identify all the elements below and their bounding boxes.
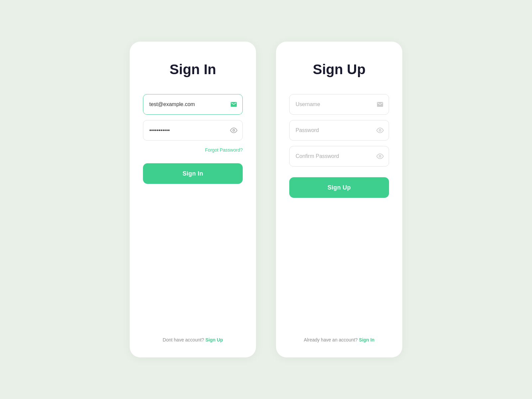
signup-bottom-link[interactable]: Sign In: [359, 337, 375, 342]
mail-icon: [230, 101, 237, 108]
signin-form: Forgot Password? Sign In: [143, 94, 243, 184]
signin-title: Sign In: [170, 62, 216, 77]
signin-submit-button[interactable]: Sign In: [143, 163, 243, 184]
signin-bottom-label: Dont have account?: [163, 337, 204, 342]
signin-bottom-link[interactable]: Sign Up: [205, 337, 223, 342]
signup-password-eye-icon[interactable]: [376, 127, 384, 134]
signup-title: Sign Up: [313, 62, 366, 77]
signup-password-wrapper: [289, 120, 389, 141]
signup-card: Sign Up: [276, 42, 402, 357]
signin-password-input[interactable]: [143, 120, 243, 141]
svg-point-1: [379, 129, 381, 131]
signup-submit-button[interactable]: Sign Up: [289, 177, 389, 198]
confirm-password-eye-icon[interactable]: [376, 153, 384, 160]
signup-confirm-password-input[interactable]: [289, 146, 389, 167]
signin-password-wrapper: [143, 120, 243, 141]
signin-card: Sign In: [130, 42, 256, 357]
signin-email-wrapper: [143, 94, 243, 115]
svg-point-0: [233, 129, 235, 131]
cards-container: Sign In: [130, 42, 402, 357]
signup-bottom-label: Already have an account?: [304, 337, 358, 342]
signup-bottom-text: Already have an account? Sign In: [304, 337, 374, 342]
username-mail-icon: [376, 101, 384, 108]
signin-email-input[interactable]: [143, 94, 243, 115]
signin-bottom-text: Dont have account? Sign Up: [163, 337, 223, 342]
signup-form: Sign Up: [289, 94, 389, 198]
signup-username-input[interactable]: [289, 94, 389, 115]
signup-confirm-password-wrapper: [289, 146, 389, 167]
forgot-password-link[interactable]: Forgot Password?: [143, 147, 243, 153]
signup-username-wrapper: [289, 94, 389, 115]
svg-point-2: [379, 155, 381, 157]
password-eye-icon[interactable]: [230, 127, 237, 134]
signup-password-input[interactable]: [289, 120, 389, 141]
